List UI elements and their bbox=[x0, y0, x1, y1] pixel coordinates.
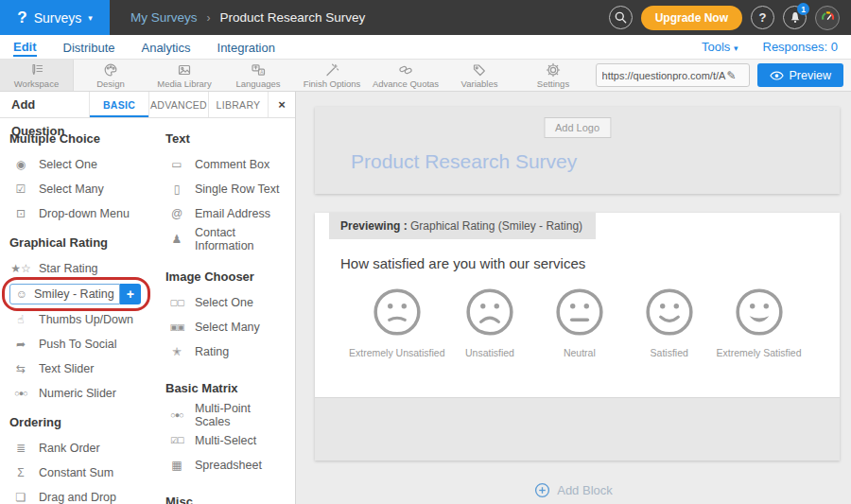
qtype-push-to-social[interactable]: ➦ Push To Social bbox=[9, 332, 156, 356]
tab-basic[interactable]: BASIC bbox=[90, 92, 149, 117]
image-icon bbox=[177, 62, 192, 78]
images-checked-icon: ▣▣ bbox=[165, 322, 188, 332]
qtype-dropdown-menu[interactable]: ⊡ Drop-down Menu bbox=[9, 201, 156, 226]
numeric-slider-icon: ○●○ bbox=[9, 389, 32, 398]
images-icon: ▢▢ bbox=[165, 298, 188, 307]
gear-icon bbox=[546, 62, 561, 78]
tab-library[interactable]: LIBRARY bbox=[209, 92, 269, 117]
question-type-list: Multiple Choice ◉ Select One ☑ Select Ma… bbox=[0, 118, 295, 504]
qtype-smiley-rating-wrap: ☺ Smiley - Rating + bbox=[9, 284, 141, 304]
qtype-email-address[interactable]: @ Email Address bbox=[165, 201, 289, 226]
product-switcher[interactable]: ? Surveys ▾ bbox=[0, 0, 110, 35]
tab-integration[interactable]: Integration bbox=[217, 39, 275, 56]
add-smiley-question-button[interactable]: + bbox=[120, 284, 141, 304]
eye-icon bbox=[770, 71, 784, 80]
languages-button[interactable]: A Languages bbox=[221, 60, 295, 91]
preview-button[interactable]: Preview bbox=[757, 63, 843, 87]
breadcrumb-my-surveys[interactable]: My Surveys bbox=[130, 10, 198, 25]
section-ordering: Ordering bbox=[9, 415, 156, 429]
chevron-down-icon: ▾ bbox=[734, 43, 738, 53]
rating-option-1[interactable]: Extremely Unsatisfied bbox=[349, 287, 445, 358]
smiley-unsatisfied-icon bbox=[464, 287, 515, 338]
upgrade-now-button[interactable]: Upgrade Now bbox=[641, 6, 742, 30]
section-basic-matrix: Basic Matrix bbox=[165, 381, 289, 395]
survey-url-input[interactable] bbox=[602, 70, 727, 81]
qtype-multi-select[interactable]: ☑☐ Multi-Select bbox=[165, 428, 289, 453]
comment-box-icon: ▭ bbox=[165, 158, 188, 171]
question-text[interactable]: How satisfied are you with our services bbox=[340, 255, 840, 271]
circle-plus-icon bbox=[534, 482, 550, 498]
smiley-satisfied-icon bbox=[644, 287, 695, 338]
question-preview-body: Previewing : Graphical Rating (Smiley - … bbox=[315, 213, 840, 397]
qtype-multi-point-scales[interactable]: ○●○ Multi-Point Scales bbox=[165, 402, 289, 428]
smiley-neutral-icon bbox=[554, 287, 605, 338]
chain-links-icon bbox=[398, 62, 413, 78]
qtype-contact-information[interactable]: ♟ Contact Information bbox=[165, 226, 289, 252]
survey-url-field[interactable]: ✎ bbox=[596, 63, 750, 87]
section-text: Text bbox=[165, 131, 289, 146]
sigma-icon: Σ bbox=[9, 466, 32, 479]
qtype-select-many[interactable]: ☑ Select Many bbox=[9, 177, 156, 201]
qtype-single-row-text[interactable]: ▯ Single Row Text bbox=[165, 177, 289, 201]
questionpro-survey-builder: ? Surveys ▾ My Surveys › Product Researc… bbox=[0, 0, 851, 504]
qtype-comment-box[interactable]: ▭ Comment Box bbox=[165, 152, 289, 177]
finish-options-button[interactable]: Finish Options bbox=[295, 60, 369, 91]
multi-point-icon: ○●○ bbox=[165, 410, 188, 420]
account-avatar[interactable] bbox=[815, 6, 840, 30]
qtype-smiley-rating[interactable]: ☺ Smiley - Rating + bbox=[9, 284, 141, 304]
qtype-rank-order[interactable]: ≣ Rank Order bbox=[9, 436, 156, 461]
edit-url-icon[interactable]: ✎ bbox=[727, 69, 737, 82]
media-library-button[interactable]: Media Library bbox=[148, 60, 221, 91]
qtype-select-one[interactable]: ◉ Select One bbox=[9, 152, 156, 177]
tools-dropdown[interactable]: Tools ▾ bbox=[702, 40, 738, 54]
tab-analytics[interactable]: Analytics bbox=[141, 39, 190, 56]
rating-option-2[interactable]: Unsatisfied bbox=[445, 287, 535, 358]
rating-option-4[interactable]: Satisfied bbox=[624, 287, 714, 358]
workspace-button[interactable]: Workspace bbox=[0, 60, 74, 91]
add-question-title: Add Question bbox=[0, 92, 90, 117]
variables-button[interactable]: Variables bbox=[443, 60, 516, 91]
notification-count-badge: 1 bbox=[797, 3, 809, 15]
add-logo-button[interactable]: Add Logo bbox=[544, 117, 611, 138]
topnav-actions: Upgrade Now ? 1 bbox=[609, 6, 851, 30]
slider-icon: ⇆ bbox=[9, 362, 32, 375]
smiley-extremely-satisfied-icon bbox=[734, 287, 785, 338]
design-button[interactable]: Design bbox=[74, 60, 148, 91]
qtype-image-select-one[interactable]: ▢▢ Select One bbox=[165, 290, 289, 315]
checkbox-icon: ☑ bbox=[9, 182, 32, 196]
rating-option-5[interactable]: Extremely Satisfied bbox=[714, 287, 804, 358]
advance-quotas-button[interactable]: Advance Quotas bbox=[369, 60, 443, 91]
ordered-list-icon: ≣ bbox=[9, 442, 32, 455]
qtype-thumbs-up-down[interactable]: ☝ Thumbs Up/Down bbox=[9, 307, 156, 332]
close-panel-button[interactable]: × bbox=[269, 92, 295, 117]
tab-distribute[interactable]: Distribute bbox=[63, 39, 115, 56]
help-button[interactable]: ? bbox=[751, 6, 774, 29]
qtype-image-select-many[interactable]: ▣▣ Select Many bbox=[165, 315, 289, 339]
section-multiple-choice: Multiple Choice bbox=[9, 131, 156, 146]
qtype-drag-and-drop[interactable]: ❏ Drag and Drop bbox=[9, 485, 156, 504]
translate-icon: A bbox=[251, 62, 266, 78]
rating-option-3[interactable]: Neutral bbox=[534, 287, 624, 358]
responses-count[interactable]: Responses: 0 bbox=[763, 40, 839, 54]
tab-edit[interactable]: Edit bbox=[13, 38, 37, 57]
qtype-numeric-slider[interactable]: ○●○ Numeric Slider bbox=[9, 381, 156, 406]
notifications-button[interactable]: 1 bbox=[783, 6, 807, 29]
qtype-constant-sum[interactable]: Σ Constant Sum bbox=[9, 461, 156, 485]
settings-button[interactable]: Settings bbox=[516, 60, 590, 91]
survey-toolbar: Workspace Design Media Library A bbox=[0, 59, 851, 92]
workspace-icon bbox=[29, 62, 44, 78]
search-button[interactable] bbox=[609, 6, 633, 29]
dropdown-icon: ⊡ bbox=[9, 207, 32, 220]
qtype-image-rating[interactable]: ✭ Rating bbox=[165, 339, 289, 364]
qtype-text-slider[interactable]: ⇆ Text Slider bbox=[9, 356, 156, 381]
qtype-star-rating[interactable]: ★☆ Star Rating bbox=[9, 256, 156, 281]
survey-menubar: Edit Distribute Analytics Integration To… bbox=[0, 35, 851, 59]
add-block-button[interactable]: Add Block bbox=[296, 482, 851, 498]
grid-icon: ▦ bbox=[165, 459, 188, 472]
tab-advanced[interactable]: ADVANCED bbox=[149, 92, 209, 117]
smiley-extremely-unsatisfied-icon bbox=[372, 287, 423, 338]
survey-title[interactable]: Product Research Survey bbox=[351, 150, 577, 173]
survey-footer-block bbox=[315, 397, 840, 461]
qtype-spreadsheet[interactable]: ▦ Spreadsheet bbox=[165, 453, 289, 478]
text-field-icon: ▯ bbox=[165, 182, 188, 196]
